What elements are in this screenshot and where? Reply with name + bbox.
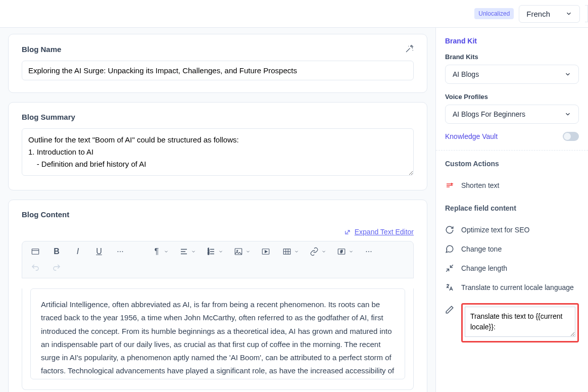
brand-kits-select[interactable]: AI Blogs bbox=[445, 65, 579, 84]
language-select[interactable]: French bbox=[519, 5, 580, 23]
svg-text:#: # bbox=[340, 250, 343, 254]
blog-summary-label: Blog Summary bbox=[22, 113, 75, 121]
optimize-seo-action[interactable]: Optimize text for SEO bbox=[445, 220, 579, 239]
chevron-down-icon bbox=[565, 10, 572, 17]
svg-line-22 bbox=[446, 269, 449, 272]
blog-name-label: Blog Name bbox=[22, 45, 61, 54]
italic-button[interactable]: I bbox=[72, 246, 84, 258]
more-format-icon[interactable]: ··· bbox=[114, 246, 126, 258]
collapse-icon bbox=[445, 264, 454, 273]
shorten-text-label: Shorten text bbox=[461, 181, 500, 189]
chevron-down-icon bbox=[564, 111, 571, 118]
heading-icon[interactable] bbox=[29, 246, 41, 258]
chat-icon bbox=[445, 244, 454, 254]
undo-icon[interactable] bbox=[29, 262, 41, 274]
blog-content-card: Blog Content Expand Text Editor B I U ··… bbox=[8, 200, 427, 392]
change-tone-action[interactable]: Change tone bbox=[445, 239, 579, 259]
align-icon[interactable] bbox=[178, 246, 190, 258]
svg-line-21 bbox=[451, 265, 453, 267]
knowledge-vault-label: Knowledge Vault bbox=[445, 132, 498, 140]
chevron-down-icon[interactable] bbox=[164, 249, 169, 254]
paragraph-icon[interactable]: ¶ bbox=[151, 246, 163, 258]
svg-marker-14 bbox=[265, 251, 268, 253]
link-icon[interactable] bbox=[308, 246, 320, 258]
replace-field-title: Replace field content bbox=[445, 204, 579, 212]
knowledge-vault-toggle[interactable] bbox=[563, 132, 579, 141]
chevron-down-icon[interactable] bbox=[246, 249, 251, 254]
redo-icon[interactable] bbox=[51, 262, 63, 274]
blog-name-input[interactable] bbox=[22, 61, 414, 80]
voice-profiles-label: Voice Profiles bbox=[445, 93, 579, 101]
hash-icon[interactable]: # bbox=[335, 246, 348, 258]
topbar: Unlocalized French bbox=[0, 0, 588, 28]
shorten-text-action[interactable]: Shorten text bbox=[445, 176, 579, 195]
pencil-icon[interactable] bbox=[445, 305, 454, 314]
brand-kits-label: Brand Kits bbox=[445, 53, 579, 61]
table-icon[interactable] bbox=[281, 246, 293, 258]
svg-point-12 bbox=[237, 250, 238, 251]
language-value: French bbox=[526, 10, 550, 18]
edit-prompt-textarea[interactable] bbox=[465, 307, 575, 337]
list-icon[interactable]: 123 bbox=[205, 246, 217, 258]
voice-profiles-select[interactable]: AI Blogs For Beginners bbox=[445, 105, 579, 124]
chevron-down-icon[interactable] bbox=[191, 249, 196, 254]
shorten-icon bbox=[445, 181, 454, 190]
image-icon[interactable] bbox=[232, 246, 244, 258]
editor-content[interactable]: Artificial Intelligence, often abbreviat… bbox=[30, 288, 405, 379]
video-icon[interactable] bbox=[260, 246, 272, 258]
unlocalized-badge: Unlocalized bbox=[474, 8, 514, 19]
edit-prompt-highlight bbox=[461, 303, 579, 342]
wand-icon[interactable] bbox=[405, 44, 414, 54]
brand-kits-value: AI Blogs bbox=[453, 70, 479, 78]
refresh-icon bbox=[445, 225, 454, 234]
change-length-action[interactable]: Change length bbox=[445, 259, 579, 278]
chevron-down-icon[interactable] bbox=[218, 249, 223, 254]
svg-text:3: 3 bbox=[208, 252, 209, 255]
editor-body: Artificial Intelligence, often abbreviat… bbox=[22, 288, 414, 390]
chevron-down-icon[interactable] bbox=[349, 249, 354, 254]
chevron-down-icon[interactable] bbox=[294, 249, 299, 254]
editor-toolbar: B I U ··· ¶ 123 bbox=[22, 241, 414, 278]
blog-summary-textarea[interactable] bbox=[22, 128, 414, 176]
optimize-seo-label: Optimize text for SEO bbox=[461, 226, 529, 234]
translate-icon bbox=[445, 283, 454, 292]
chevron-down-icon bbox=[564, 71, 571, 78]
custom-actions-title: Custom Actions bbox=[445, 160, 579, 168]
expand-icon bbox=[345, 228, 352, 235]
blog-name-card: Blog Name bbox=[8, 34, 427, 93]
blog-summary-card: Blog Summary bbox=[8, 102, 427, 190]
voice-profiles-value: AI Blogs For Beginners bbox=[453, 110, 525, 118]
change-tone-label: Change tone bbox=[461, 245, 502, 253]
main-area: Blog Name Blog Summary Blog Content Expa… bbox=[0, 28, 588, 392]
translate-label: Translate to current locale language bbox=[461, 283, 574, 291]
translate-action[interactable]: Translate to current locale language bbox=[445, 278, 579, 297]
left-column: Blog Name Blog Summary Blog Content Expa… bbox=[0, 28, 435, 392]
change-length-label: Change length bbox=[461, 264, 507, 272]
bold-button[interactable]: B bbox=[51, 246, 63, 258]
chevron-down-icon[interactable] bbox=[321, 249, 326, 254]
underline-button[interactable]: U bbox=[93, 246, 105, 258]
brand-kit-title: Brand Kit bbox=[445, 37, 579, 45]
more-menu-icon[interactable]: ··· bbox=[363, 246, 375, 258]
expand-text-editor-link[interactable]: Expand Text Editor bbox=[355, 228, 414, 236]
blog-content-label: Blog Content bbox=[22, 210, 69, 219]
right-edge-box bbox=[585, 5, 588, 22]
sidebar: Brand Kit Brand Kits AI Blogs Voice Prof… bbox=[435, 28, 588, 392]
svg-rect-0 bbox=[32, 249, 39, 255]
